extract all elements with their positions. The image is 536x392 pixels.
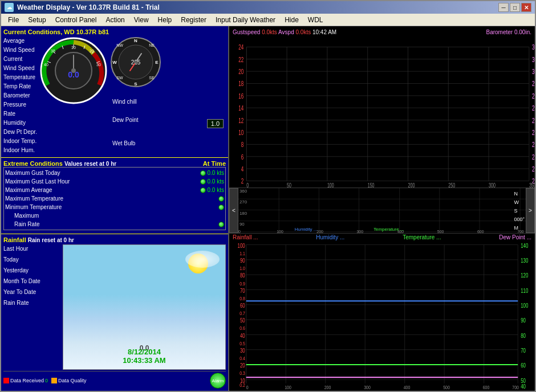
svg-text:4: 4: [241, 165, 244, 173]
minimize-button[interactable]: ─: [498, 3, 509, 12]
svg-text:140: 140: [521, 243, 528, 249]
data-quality-indicator: Data Quality: [51, 378, 87, 383]
gustspeed-label: Gustspeed: [233, 29, 260, 35]
rf-month-to-date: Month To Date: [3, 277, 60, 285]
svg-text:130: 130: [521, 258, 528, 264]
svg-text:600: 600: [477, 230, 484, 233]
cc-label-indoor-hum: Indoor Hum.: [3, 146, 37, 155]
svg-text:2: 2: [241, 177, 244, 185]
svg-text:0.4: 0.4: [239, 356, 245, 361]
compass-chart: 360 270 180 90 0 100 200 300 400 500 600…: [238, 188, 526, 233]
svg-text:120: 120: [521, 272, 528, 279]
sky-clouds: [185, 251, 220, 268]
menu-setup[interactable]: Setup: [23, 15, 50, 25]
rf-last-hour: Last Hour: [3, 244, 60, 253]
svg-text:23.3: 23.3: [532, 165, 535, 173]
svg-text:23.4: 23.4: [532, 153, 535, 161]
scroll-left-button[interactable]: <: [229, 188, 238, 233]
svg-text:N: N: [134, 38, 137, 43]
svg-text:60: 60: [521, 362, 526, 369]
maximize-button[interactable]: □: [510, 3, 520, 12]
menu-input-daily-weather[interactable]: Input Daily Weather: [211, 15, 280, 25]
menu-bar: File Setup Control Panel Action View Hel…: [1, 14, 535, 26]
sky-display: 0.0 8/12/2014 10:43:33 AM: [63, 244, 226, 370]
svg-text:40: 40: [240, 333, 245, 339]
svg-text:110: 110: [521, 288, 528, 294]
bottom-chart-header: Rainfall ... Humidity ... Temperature ..…: [229, 234, 535, 241]
sky-datetime: 8/12/2014 10:43:33 AM: [123, 348, 165, 365]
cc-label-current: Current: [3, 55, 37, 64]
svg-text:23.7: 23.7: [532, 116, 535, 124]
svg-text:29.9: 29.9: [532, 79, 535, 87]
svg-text:70: 70: [240, 288, 245, 294]
svg-text:Humidity ...: Humidity ...: [295, 227, 318, 232]
cc-label-indoor-temp: Indoor Temp.: [3, 137, 37, 146]
svg-text:0.2: 0.2: [239, 383, 245, 389]
svg-text:E: E: [155, 60, 159, 65]
wet-bulb-label: Wet Bulb: [112, 140, 135, 146]
max-average-value: 0.0 kts: [208, 187, 224, 193]
rainfall-header: Rainfall Rain reset at 0 hr: [3, 236, 226, 243]
rainfall-labels: Last Hour Today Yesterday Month To Date: [3, 244, 60, 370]
svg-text:Temperature ...: Temperature ...: [373, 227, 404, 232]
close-button[interactable]: ✕: [521, 3, 531, 12]
compass-chart-svg: 360 270 180 90 0 100 200 300 400 500 600…: [238, 188, 526, 233]
right-labels: Wind chill Dew Point 1.0 Wet Bulb: [110, 90, 226, 155]
rf-yesterday: Yesterday: [3, 266, 60, 275]
max-gust-today-value: 0.0 kts: [208, 170, 224, 176]
extreme-max-average: Maximum Average 0.0 kts: [5, 186, 224, 194]
rf-year-to-date: Year To Date: [3, 288, 60, 296]
svg-text:200: 200: [408, 181, 415, 187]
svg-text:30.2: 30.2: [532, 43, 535, 51]
alarm-button[interactable]: Alarm: [210, 373, 226, 389]
menu-file[interactable]: File: [3, 15, 23, 25]
bottom-chart-svg: 100 90 80 70 60 50 40 30 20 10 1.1 1.0 0…: [229, 241, 535, 391]
svg-text:30: 30: [96, 63, 101, 67]
svg-text:W: W: [112, 60, 117, 65]
svg-text:80: 80: [240, 272, 245, 279]
svg-text:SE: SE: [149, 76, 155, 80]
green-dot-3: [200, 187, 206, 193]
svg-text:30: 30: [532, 67, 535, 75]
compass-legend-s: S: [514, 208, 525, 214]
max-gust-last-hour-value: 0.0 kts: [208, 178, 224, 185]
cc-label-rate: Rate: [3, 109, 37, 119]
svg-point-30: [134, 60, 137, 64]
bottom-chart: 100 90 80 70 60 50 40 30 20 10 1.1 1.0 0…: [229, 241, 535, 391]
svg-text:10: 10: [71, 46, 76, 50]
svg-text:360: 360: [239, 189, 247, 194]
menu-register[interactable]: Register: [176, 15, 211, 25]
compass-legend-n: N: [514, 191, 525, 197]
svg-text:100: 100: [285, 385, 291, 390]
svg-text:0: 0: [238, 230, 241, 233]
compass-legend-w: W: [514, 199, 525, 205]
title-bar-left: ☁ Weather Display - Ver 10.37R Build 81 …: [5, 3, 160, 12]
menu-wdl[interactable]: WDL: [303, 15, 328, 25]
sky-date: 8/12/2014: [128, 348, 161, 356]
svg-text:60: 60: [240, 303, 245, 309]
rainfall-reset-text: Rain reset at 0 hr: [28, 237, 74, 243]
svg-text:90: 90: [239, 222, 245, 227]
rainfall-bottom: Data Received 0 Data Quality Alarm: [3, 371, 226, 389]
scroll-right-button[interactable]: >: [526, 188, 535, 233]
menu-view[interactable]: View: [129, 15, 153, 25]
svg-text:40: 40: [521, 383, 526, 390]
svg-text:70: 70: [521, 348, 526, 354]
extreme-min-temp: Minimum Temperature: [5, 203, 224, 211]
svg-text:SW: SW: [116, 76, 123, 80]
svg-text:29.6: 29.6: [532, 104, 535, 112]
svg-text:100: 100: [327, 181, 334, 187]
svg-text:22: 22: [238, 55, 243, 63]
svg-text:35: 35: [51, 49, 55, 53]
cc-label-wind-speed2: Wind Speed: [3, 64, 37, 73]
svg-text:90: 90: [521, 317, 526, 324]
svg-text:23.5: 23.5: [532, 140, 535, 148]
extreme-title-row: Extreme Conditions Values reset at 0 hr …: [3, 160, 226, 167]
menu-help[interactable]: Help: [153, 15, 177, 25]
compass-legend-m: M: [514, 225, 525, 231]
menu-control-panel[interactable]: Control Panel: [51, 15, 101, 25]
green-dot-4: [218, 196, 224, 202]
menu-action[interactable]: Action: [101, 15, 129, 25]
svg-text:180: 180: [239, 211, 247, 216]
menu-hide[interactable]: Hide: [280, 15, 303, 25]
